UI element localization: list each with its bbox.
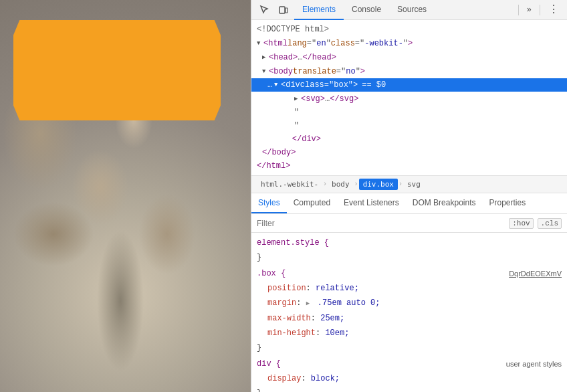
val-margin[interactable]: .75em auto 0;: [313, 298, 380, 308]
device-toggle-icon[interactable]: [275, 2, 292, 18]
prop-position[interactable]: position: [257, 284, 306, 293]
devtools-panel: Elements Console Sources » ⋮ <!DOCTYPE h…: [251, 0, 567, 392]
dom-line-head[interactable]: <head>…</head>: [251, 50, 567, 64]
breadcrumb-svg[interactable]: svg: [403, 179, 425, 190]
filter-bar: :hov .cls: [251, 214, 567, 233]
dom-line-text1[interactable]: ": [251, 106, 567, 119]
css-rules-panel: element.style { } .box { DqrDdEOEXmV pos…: [251, 233, 567, 392]
hov-button[interactable]: :hov: [509, 218, 533, 229]
breadcrumb-body[interactable]: body: [328, 179, 354, 190]
devtools-toolbar: Elements Console Sources » ⋮: [251, 0, 567, 20]
filter-actions: :hov .cls: [509, 218, 562, 229]
source-user-agent: user agent styles: [506, 358, 562, 370]
prop-min-height[interactable]: min-height: [257, 328, 316, 338]
selector-div[interactable]: div {: [257, 359, 281, 369]
dom-line-div-box[interactable]: … ▼ <div class="box" > == $0: [251, 78, 567, 92]
toolbar-separator: [518, 5, 519, 15]
selector-box[interactable]: .box {: [257, 269, 286, 278]
devtools-menu-icon[interactable]: ⋮: [546, 2, 562, 18]
source-link-box[interactable]: DqrDdEOEXmV: [509, 268, 562, 280]
dom-line-svg[interactable]: <svg>…</svg>: [251, 92, 567, 106]
val-min-height[interactable]: 10em;: [325, 328, 349, 338]
filter-input-wrap: [257, 219, 509, 228]
breadcrumb-html[interactable]: html.-webkit-: [257, 179, 322, 190]
rule-div: div { user agent styles display: block; …: [251, 357, 567, 392]
margin-triangle[interactable]: ▶: [306, 298, 313, 310]
element-picker-icon[interactable]: [257, 2, 273, 18]
val-display[interactable]: block;: [311, 374, 340, 383]
svg-rect-0: [279, 7, 285, 13]
dom-tree: <!DOCTYPE html> <html lang="en" class=" …: [251, 20, 567, 176]
orange-box: [13, 20, 221, 120]
selector-element-style[interactable]: element.style {: [257, 238, 329, 248]
tab-computed[interactable]: Computed: [287, 193, 337, 213]
body-triangle: [262, 65, 269, 78]
tab-dom-breakpoints[interactable]: DOM Breakpoints: [406, 193, 483, 213]
tab-styles[interactable]: Styles: [251, 193, 287, 213]
tab-console[interactable]: Console: [344, 0, 389, 20]
breadcrumb-bar: html.-webkit- › body › div.box › svg: [251, 176, 567, 193]
dom-line-doctype[interactable]: <!DOCTYPE html>: [251, 23, 567, 36]
prop-margin[interactable]: margin: [257, 298, 296, 308]
tab-properties[interactable]: Properties: [482, 193, 532, 213]
dom-line-body[interactable]: <body translate="no" >: [251, 64, 567, 78]
filter-input[interactable]: [257, 219, 509, 228]
dom-line-close-div[interactable]: </div>: [251, 132, 567, 146]
tab-elements[interactable]: Elements: [294, 0, 344, 20]
svg-rect-1: [286, 8, 288, 13]
more-tabs-icon[interactable]: »: [524, 3, 534, 17]
rule-box: .box { DqrDdEOEXmV position: relative; m…: [251, 266, 567, 355]
toolbar-separator-2: [540, 5, 540, 15]
tab-sources[interactable]: Sources: [389, 0, 435, 20]
dom-line-close-html[interactable]: </html>: [251, 159, 567, 173]
cls-button[interactable]: .cls: [538, 218, 562, 229]
breadcrumb-divbox[interactable]: div.box: [359, 179, 398, 190]
val-max-width[interactable]: 25em;: [320, 314, 344, 323]
val-position[interactable]: relative;: [316, 284, 359, 293]
devtools-main-tabs: Elements Console Sources: [294, 0, 513, 20]
dom-line-close-body[interactable]: </body>: [251, 146, 567, 159]
prop-max-width[interactable]: max-width: [257, 314, 311, 323]
tab-event-listeners[interactable]: Event Listeners: [337, 193, 406, 213]
webpage-preview: [0, 0, 251, 392]
styles-tabs: Styles Computed Event Listeners DOM Brea…: [251, 193, 567, 214]
head-triangle: [262, 51, 269, 64]
svg-triangle: [294, 92, 301, 105]
prop-display[interactable]: display: [257, 374, 301, 383]
dom-line-html[interactable]: <html lang="en" class=" -webkit-" >: [251, 36, 567, 50]
dom-line-text2[interactable]: ": [251, 119, 567, 132]
html-triangle: [257, 37, 263, 50]
rule-element-style: element.style { }: [251, 235, 567, 265]
